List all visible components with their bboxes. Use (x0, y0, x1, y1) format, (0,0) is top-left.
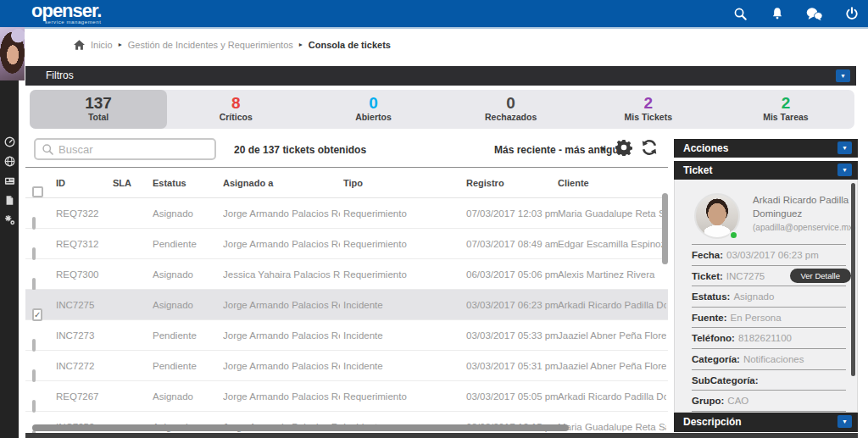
stat-cell[interactable]: 0 Rechazados (442, 90, 580, 129)
ticket-field-row: SubCategoría: (692, 370, 846, 391)
filters-collapse-button[interactable]: ▼ (836, 69, 850, 82)
stats-bar: 137 Total 8 Críticos 0 Abiertos 0 Rechaz… (30, 90, 854, 129)
col-header-registro[interactable]: Registro (466, 178, 504, 188)
horizontal-scrollbar[interactable] (32, 424, 569, 431)
breadcrumb-item[interactable]: Inicio (91, 40, 113, 50)
panel-vertical-scrollbar[interactable] (851, 183, 855, 376)
cell-estatus: Pendiente (153, 229, 219, 259)
cell-ticket-id: INC7273 (56, 320, 108, 351)
cell-tipo: Incidente (343, 290, 445, 320)
cell-registro: 03/03/2017 05:31 pm (466, 351, 566, 381)
col-header-tipo[interactable]: Tipo (343, 178, 363, 188)
table-row[interactable]: REQ7267 Asignado Jorge Armando Palacios … (25, 381, 668, 412)
chat-icon[interactable] (805, 4, 824, 23)
field-label: Fuente: (692, 313, 727, 323)
cell-ticket-id: INC7272 (56, 351, 108, 381)
field-value: En Persona (731, 313, 782, 323)
ticket-field-row: Estatus:Asignado (692, 286, 846, 308)
field-value: 03/03/2017 06:23 pm (726, 250, 819, 260)
table-row[interactable]: REQ7300 Asignado Jessica Yahaira Palacio… (25, 259, 668, 290)
contact-email: (apadilla@openservice.mx) (753, 223, 855, 232)
search-input[interactable] (58, 143, 203, 156)
descripcion-collapse-button[interactable]: ▼ (837, 415, 852, 428)
breadcrumb-item[interactable]: Gestión de Incidentes y Requerimientos (128, 40, 293, 50)
cell-asignado-a: Jessica Yahaira Palacios Reyna (223, 259, 340, 290)
table-row[interactable]: INC7272 Pendiente Jorge Armando Palacios… (25, 351, 668, 381)
row-checkbox[interactable] (32, 247, 36, 260)
cell-tipo: Incidente (343, 351, 445, 381)
col-header-sla[interactable]: SLA (113, 178, 131, 188)
stat-cell[interactable]: 8 Críticos (167, 90, 304, 129)
search-icon[interactable] (731, 4, 749, 23)
stat-label: Total (30, 112, 167, 122)
document-icon[interactable] (3, 194, 15, 206)
globe-icon[interactable] (3, 155, 15, 167)
row-checkbox[interactable] (32, 369, 36, 382)
table-row[interactable]: INC7273 Pendiente Jorge Armando Palacios… (25, 320, 668, 351)
app-logo[interactable]: openser. service management (31, 2, 101, 25)
cell-estatus: Asignado (153, 198, 219, 229)
stat-cell[interactable]: 2 Mis Tareas (717, 90, 854, 129)
col-header-estatus[interactable]: Estatus (153, 178, 186, 188)
stat-label: Rechazados (442, 112, 580, 122)
breadcrumb-item: Consola de tickets (309, 40, 391, 50)
row-checkbox[interactable] (32, 400, 36, 413)
stat-value: 2 (580, 94, 717, 112)
ticket-collapse-button[interactable]: ▼ (837, 164, 852, 176)
contact-name: Arkadi Ricardo Padilla Dominguez (753, 194, 850, 220)
acciones-collapse-button[interactable]: ▼ (837, 141, 852, 154)
ticket-console-icon[interactable] (3, 175, 15, 186)
stat-cell[interactable]: 2 Mis Tickets (580, 90, 717, 129)
table-body: REQ7322 Asignado Jorge Armando Palacios … (25, 198, 668, 438)
cell-cliente: Arkadi Ricardo Padilla Domin (558, 381, 666, 412)
search-box[interactable] (34, 138, 216, 160)
stat-label: Abiertos (304, 112, 442, 122)
cell-cliente: Edgar Escamilla Espinoza (558, 229, 666, 259)
user-profile-photo[interactable] (0, 27, 25, 80)
table-settings-gear-icon[interactable] (615, 139, 632, 156)
cell-asignado-a: Jorge Armando Palacios Reyna (223, 381, 340, 412)
col-header-id[interactable]: ID (56, 178, 65, 188)
stat-label: Críticos (167, 112, 304, 122)
cell-tipo: Requerimiento (343, 198, 445, 229)
table-vertical-scrollbar[interactable] (662, 193, 668, 264)
stat-value: 0 (442, 94, 580, 112)
row-checkbox[interactable] (32, 278, 36, 291)
stat-label: Mis Tareas (717, 112, 854, 122)
col-header-cliente[interactable]: Cliente (558, 178, 589, 188)
filters-bar[interactable]: Filtros ▼ (25, 66, 856, 86)
row-checkbox[interactable] (32, 217, 36, 230)
cell-registro: 03/03/2017 05:05 pm (466, 381, 566, 412)
row-checkbox[interactable]: ✓ (32, 308, 42, 321)
stat-value: 137 (30, 94, 167, 112)
cell-cliente: Arkadi Ricardo Padilla Domin (558, 290, 666, 320)
online-status-dot (729, 230, 738, 240)
row-checkbox[interactable] (32, 339, 36, 352)
table-row[interactable]: REQ7322 Asignado Jorge Armando Palacios … (25, 198, 668, 229)
descripcion-panel-header[interactable]: Descripción ▼ (674, 413, 858, 432)
cell-cliente: Maria Guadalupe Reta Salais (558, 198, 666, 229)
stat-cell[interactable]: 0 Abiertos (304, 90, 442, 129)
field-value: Asignado (733, 291, 774, 302)
ver-detalle-button[interactable]: Ver Detalle (790, 269, 851, 283)
notifications-bell-icon[interactable] (768, 4, 787, 23)
stat-cell[interactable]: 137 Total (30, 90, 167, 129)
cell-asignado-a: Jorge Armando Palacios Reyna (223, 351, 340, 381)
table-row[interactable]: ✓ INC7275 Asignado Jorge Armando Palacio… (25, 290, 668, 320)
table-row[interactable]: REQ7312 Pendiente Jorge Armando Palacios… (25, 229, 668, 259)
ticket-panel-header[interactable]: Ticket ▼ (674, 161, 858, 180)
cell-asignado-a: Jorge Armando Palacios Reyna (223, 198, 340, 229)
field-value: 8182621100 (738, 333, 792, 343)
power-logout-icon[interactable] (843, 4, 861, 23)
cell-ticket-id: REQ7322 (56, 198, 108, 229)
ticket-title: Ticket (683, 164, 712, 176)
chevron-down-icon[interactable]: ▼ (599, 145, 607, 153)
filters-title: Filtros (46, 69, 74, 81)
cell-asignado-a: Jorge Armando Palacios Reyna (223, 229, 340, 259)
refresh-icon[interactable] (641, 139, 658, 156)
settings-gears-icon[interactable] (3, 213, 15, 225)
home-icon[interactable] (73, 39, 85, 51)
dashboard-icon[interactable] (3, 136, 15, 147)
col-header-asignado[interactable]: Asignado a (223, 178, 273, 188)
acciones-panel-header[interactable]: Acciones ▼ (674, 139, 858, 158)
